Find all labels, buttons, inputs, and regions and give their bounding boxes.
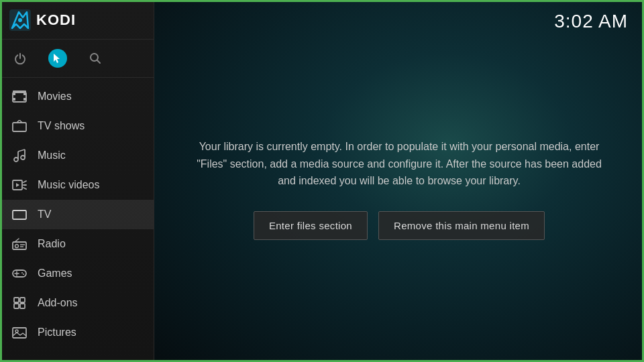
svg-rect-12 bbox=[13, 123, 26, 131]
svg-line-23 bbox=[23, 181, 26, 182]
music-label: Music bbox=[38, 149, 66, 162]
tvshows-icon bbox=[12, 119, 27, 133]
svg-rect-8 bbox=[23, 93, 26, 95]
svg-rect-10 bbox=[23, 98, 26, 101]
clock: 3:02 AM bbox=[554, 11, 628, 32]
tv-label: TV bbox=[38, 208, 51, 221]
sidebar-top-icons bbox=[0, 40, 154, 78]
profile-icon[interactable] bbox=[48, 49, 67, 68]
svg-rect-38 bbox=[14, 298, 19, 302]
sidebar-item-addons[interactable]: Add-ons bbox=[0, 288, 154, 318]
sidebar-item-games[interactable]: Games bbox=[0, 259, 154, 288]
topbar: 3:02 AM bbox=[154, 0, 644, 43]
sidebar-item-music[interactable]: Music bbox=[0, 141, 154, 170]
pictures-icon bbox=[12, 325, 27, 340]
sidebar-item-tv[interactable]: TV bbox=[0, 200, 154, 229]
library-empty-message: Your library is currently empty. In orde… bbox=[195, 138, 604, 190]
movies-label: Movies bbox=[38, 90, 72, 103]
content-area: Your library is currently empty. In orde… bbox=[154, 43, 644, 362]
sidebar-item-pictures[interactable]: Pictures bbox=[0, 318, 154, 347]
music-videos-icon bbox=[12, 178, 27, 192]
app-title: KODI bbox=[36, 11, 76, 29]
tv-icon bbox=[12, 207, 27, 222]
nav-menu: Movies TV shows bbox=[0, 78, 154, 362]
music-icon bbox=[12, 148, 27, 163]
svg-point-36 bbox=[21, 272, 23, 274]
search-icon[interactable] bbox=[86, 49, 105, 68]
svg-rect-41 bbox=[20, 304, 25, 308]
sidebar: KODI bbox=[0, 0, 154, 362]
action-buttons: Enter files section Remove this main men… bbox=[254, 211, 545, 240]
movies-icon bbox=[12, 89, 27, 104]
svg-point-2 bbox=[18, 18, 22, 22]
svg-marker-22 bbox=[16, 183, 19, 187]
svg-rect-11 bbox=[13, 90, 26, 93]
svg-rect-7 bbox=[13, 93, 15, 95]
radio-icon bbox=[12, 237, 27, 251]
music-videos-label: Music videos bbox=[38, 179, 99, 191]
svg-point-17 bbox=[21, 156, 25, 160]
svg-line-20 bbox=[18, 149, 25, 152]
svg-point-29 bbox=[15, 245, 19, 248]
svg-point-37 bbox=[23, 274, 24, 275]
radio-label: Radio bbox=[38, 238, 66, 250]
svg-rect-26 bbox=[13, 210, 26, 219]
power-icon[interactable] bbox=[11, 49, 30, 68]
remove-menu-item-button[interactable]: Remove this main menu item bbox=[378, 211, 545, 240]
main-content: 3:02 AM Your library is currently empty.… bbox=[154, 0, 644, 362]
svg-rect-40 bbox=[14, 304, 19, 308]
svg-rect-42 bbox=[13, 328, 26, 338]
games-icon bbox=[12, 266, 27, 281]
svg-rect-39 bbox=[20, 298, 25, 302]
games-label: Games bbox=[38, 267, 72, 280]
svg-line-25 bbox=[23, 188, 26, 189]
pictures-label: Pictures bbox=[38, 326, 76, 339]
addons-icon bbox=[12, 296, 27, 310]
tvshows-label: TV shows bbox=[38, 120, 85, 132]
addons-label: Add-ons bbox=[38, 297, 78, 309]
sidebar-header: KODI bbox=[0, 0, 154, 40]
sidebar-item-movies[interactable]: Movies bbox=[0, 82, 154, 111]
svg-line-5 bbox=[97, 60, 101, 64]
sidebar-item-tv-shows[interactable]: TV shows bbox=[0, 111, 154, 141]
kodi-logo-icon bbox=[9, 9, 31, 31]
svg-rect-9 bbox=[13, 98, 15, 101]
sidebar-item-radio[interactable]: Radio bbox=[0, 229, 154, 259]
sidebar-item-music-videos[interactable]: Music videos bbox=[0, 170, 154, 200]
svg-marker-3 bbox=[54, 54, 60, 63]
enter-files-button[interactable]: Enter files section bbox=[254, 211, 368, 240]
